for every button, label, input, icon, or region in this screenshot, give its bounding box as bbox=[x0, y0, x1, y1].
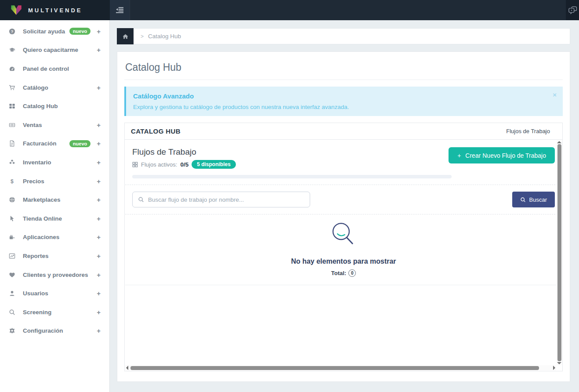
card-header: CATALOG HUB Flujos de Trabajo bbox=[125, 123, 562, 140]
cubes-icon bbox=[8, 159, 16, 166]
sidebar-item-label: Aplicaciones bbox=[23, 234, 59, 240]
breadcrumb-separator: > bbox=[141, 33, 144, 40]
alert-message: Explora y gestiona tu catálogo de produc… bbox=[133, 104, 556, 110]
vertical-scroll-thumb[interactable] bbox=[557, 144, 561, 361]
dollar-icon: $ bbox=[8, 178, 16, 185]
sidebar-item-label: Ventas bbox=[23, 122, 42, 128]
sidebar-item-marketplaces[interactable]: Marketplaces + bbox=[0, 190, 109, 209]
dashboard-icon bbox=[8, 65, 16, 72]
sidebar-item-label: Screening bbox=[23, 309, 51, 316]
chart-line-icon bbox=[8, 253, 16, 259]
expand-plus[interactable]: + bbox=[97, 28, 101, 35]
page-title: Catalog Hub bbox=[124, 60, 563, 80]
workflow-search-input[interactable] bbox=[148, 196, 304, 203]
sidebar-item-precios[interactable]: $ Precios + bbox=[0, 172, 109, 191]
sidebar-item-usuarios[interactable]: Usuarios + bbox=[0, 284, 109, 303]
expand-plus[interactable]: + bbox=[97, 271, 101, 279]
magnifier-empty-icon bbox=[328, 220, 359, 250]
info-alert: Catálogo Avanzado Explora y gestiona tu … bbox=[124, 87, 563, 116]
brand-logo[interactable]: MULTIVENDE bbox=[0, 0, 110, 20]
search-button[interactable]: Buscar bbox=[512, 192, 555, 207]
expand-plus[interactable]: + bbox=[97, 215, 101, 222]
empty-state: No hay elementos para mostrar Total: 0 bbox=[125, 214, 562, 285]
workflows-heading: Flujos de Trabajo bbox=[132, 147, 236, 157]
sidebar-item-panel-de-control[interactable]: Panel de control bbox=[0, 59, 109, 78]
expand-plus[interactable]: + bbox=[97, 121, 101, 129]
sidebar-item-aplicaciones[interactable]: Aplicaciones + bbox=[0, 228, 109, 247]
active-workflows-label: Flujos activos: bbox=[141, 161, 177, 168]
sidebar: ? Solicitar ayuda nuevo + Quiero capacit… bbox=[0, 20, 110, 392]
sidebar-item-quiero-capacitarme[interactable]: Quiero capacitarme + bbox=[0, 41, 109, 60]
chat-button[interactable] bbox=[566, 0, 579, 20]
expand-plus[interactable]: + bbox=[97, 309, 101, 316]
multivende-logo-icon bbox=[10, 4, 23, 16]
scroll-right-arrow[interactable] bbox=[553, 366, 555, 370]
expand-plus[interactable]: + bbox=[97, 178, 101, 185]
sidebar-item-label: Configuración bbox=[23, 327, 63, 334]
sidebar-item-label: Usuarios bbox=[23, 290, 48, 297]
sidebar-item-tienda-online[interactable]: Tienda Online + bbox=[0, 209, 109, 228]
empty-message: No hay elementos para mostrar bbox=[125, 258, 562, 265]
breadcrumb-home-button[interactable] bbox=[117, 28, 134, 44]
apps-icon bbox=[8, 234, 16, 240]
expand-plus[interactable]: + bbox=[97, 327, 101, 334]
close-icon[interactable]: × bbox=[553, 91, 557, 98]
document-icon bbox=[8, 140, 16, 147]
alert-title: Catálogo Avanzado bbox=[133, 92, 556, 100]
topbar-spacer bbox=[130, 0, 566, 20]
create-workflow-button[interactable]: + Crear Nuevo Flujo de Trabajo bbox=[449, 147, 555, 163]
sidebar-item-catalog-hub[interactable]: Catalog Hub bbox=[0, 97, 109, 116]
search-row: Buscar bbox=[125, 185, 562, 214]
sidebar-item-catalogo[interactable]: Catálogo + bbox=[0, 78, 109, 97]
svg-text:$: $ bbox=[11, 178, 14, 184]
sidebar-item-label: Catálogo bbox=[23, 84, 48, 91]
brand-name: MULTIVENDE bbox=[28, 7, 83, 14]
expand-plus[interactable]: + bbox=[97, 84, 101, 91]
search-icon bbox=[520, 197, 526, 203]
sidebar-item-clientes-y-proveedores[interactable]: Clientes y proveedores + bbox=[0, 265, 109, 284]
globe-icon bbox=[8, 196, 16, 203]
horizontal-scroll-thumb[interactable] bbox=[130, 366, 539, 370]
active-workflows-count: 0/5 bbox=[180, 161, 188, 168]
breadcrumb: > Catalog Hub bbox=[117, 28, 570, 44]
horizontal-scrollbar[interactable] bbox=[125, 365, 556, 370]
sidebar-item-label: Panel de control bbox=[23, 65, 69, 72]
gear-icon bbox=[8, 327, 16, 334]
sidebar-item-ventas[interactable]: Ventas + bbox=[0, 116, 109, 134]
shopping-cart-icon bbox=[8, 84, 16, 91]
sidebar-item-facturacion[interactable]: Facturación nuevo + bbox=[0, 134, 109, 153]
sidebar-item-label: Quiero capacitarme bbox=[23, 47, 78, 53]
expand-plus[interactable]: + bbox=[97, 252, 101, 260]
breadcrumb-current: Catalog Hub bbox=[148, 33, 181, 40]
scroll-down-arrow[interactable] bbox=[557, 362, 561, 364]
nuevo-badge: nuevo bbox=[69, 28, 90, 35]
sidebar-item-solicitar-ayuda[interactable]: ? Solicitar ayuda nuevo + bbox=[0, 22, 109, 41]
user-icon bbox=[8, 290, 16, 297]
expand-plus[interactable]: + bbox=[97, 196, 101, 203]
sidebar-item-inventario[interactable]: Inventario + bbox=[0, 153, 109, 172]
sidebar-item-reportes[interactable]: Reportes + bbox=[0, 247, 109, 265]
sidebar-toggle-button[interactable] bbox=[110, 0, 130, 20]
scroll-left-arrow[interactable] bbox=[126, 366, 128, 370]
expand-plus[interactable]: + bbox=[97, 140, 101, 147]
card-scroll-area: Flujos de Trabajo Flujos activos: 0/5 5 … bbox=[125, 140, 562, 370]
card-title: CATALOG HUB bbox=[131, 127, 181, 135]
scroll-up-arrow[interactable] bbox=[557, 141, 561, 143]
chat-bubbles-icon bbox=[568, 6, 577, 15]
expand-plus[interactable]: + bbox=[97, 159, 101, 166]
available-badge: 5 disponibles bbox=[192, 160, 236, 169]
expand-plus[interactable]: + bbox=[97, 290, 101, 297]
card-header-right-label: Flujos de Trabajo bbox=[506, 128, 550, 134]
expand-plus[interactable]: + bbox=[97, 46, 101, 54]
svg-text:?: ? bbox=[11, 29, 13, 34]
sidebar-item-label: Catalog Hub bbox=[23, 103, 58, 109]
sidebar-item-screening[interactable]: Screening + bbox=[0, 303, 109, 322]
home-icon bbox=[122, 33, 129, 40]
expand-plus[interactable]: + bbox=[97, 233, 101, 241]
sidebar-item-configuracion[interactable]: Configuración + bbox=[0, 322, 109, 341]
sidebar-item-label: Tienda Online bbox=[23, 215, 62, 222]
vertical-scrollbar[interactable] bbox=[557, 140, 562, 365]
money-icon bbox=[8, 122, 16, 128]
workflows-progress-bar bbox=[132, 175, 452, 178]
sidebar-item-label: Facturación bbox=[23, 140, 57, 147]
